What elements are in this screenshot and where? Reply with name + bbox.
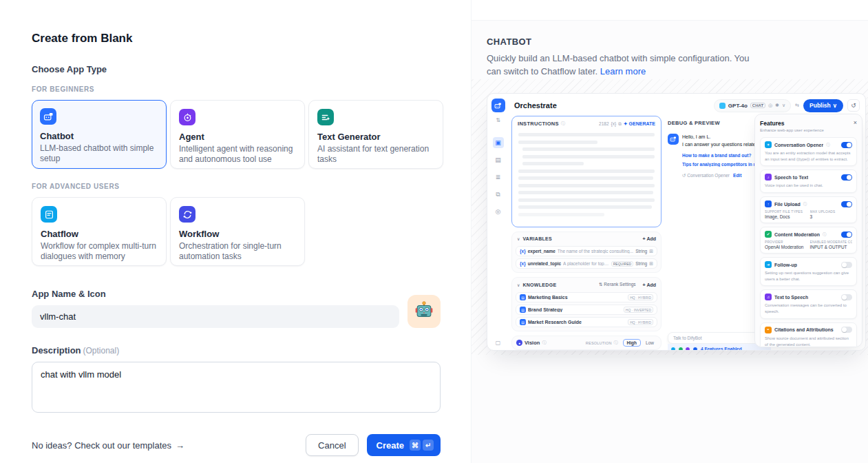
features-panel: Features × Enhance web-app user experien…: [754, 114, 862, 347]
variable-settings-icon: ⊞: [649, 249, 653, 254]
rerank-settings-button: ⇅ Rerank Settings: [599, 282, 636, 287]
beginner-cards-row: Chatbot LLM-based chatbot with simple se…: [32, 100, 441, 169]
vision-icon: ●: [516, 340, 522, 346]
app-name-input[interactable]: [32, 305, 399, 328]
workflow-icon: [179, 206, 195, 223]
feature-toggle: [841, 142, 852, 148]
document-icon: ▤: [520, 319, 526, 325]
document-icon: ▤: [520, 294, 526, 300]
preview-app-icon: [491, 99, 505, 112]
description-label: Description: [32, 345, 81, 356]
for-advanced-users-label: FOR ADVANCED USERS: [32, 183, 441, 190]
chevron-down-icon: ∨: [833, 102, 837, 109]
model-selector-chip: GPT-4o CHAT ◎ ✱ ∨: [714, 99, 791, 112]
preview-description: Quickly build an LLM-based chatbot with …: [487, 52, 756, 79]
preview-app-title: Orchestrate: [514, 101, 557, 110]
app-type-desc: Intelligent agent with reasoning and aut…: [179, 144, 295, 165]
app-type-name: Agent: [179, 132, 295, 142]
pv-nav-bottom-icon: ▢: [496, 340, 501, 346]
keyboard-shortcut-hint: ⌘ ↵: [410, 440, 434, 451]
pv-nav-icon: ▤: [493, 154, 504, 165]
variables-panel: ∨ VARIABLES + Add {x} expert_name The na…: [511, 232, 661, 273]
knowledge-row: ▤ Brand Strategy HQ · INVERTED: [516, 305, 657, 315]
info-icon: ⓘ: [614, 340, 618, 346]
app-type-card-agent[interactable]: Agent Intelligent agent with reasoning a…: [170, 100, 305, 169]
app-icon-picker-button[interactable]: [407, 295, 441, 328]
preview-hatch-zone: ⇅ ▣ ▤ ≣ ⧉ ◎ ▢ Orchestrate G: [472, 79, 868, 355]
conversation-opener-icon: ✦: [765, 141, 772, 148]
page-title: Create from Blank: [32, 32, 441, 45]
app-type-desc: Orchestration for single-turn automation…: [179, 241, 295, 263]
pv-nav-icon: ⧉: [493, 189, 504, 200]
arrow-right-icon: →: [176, 440, 184, 451]
app-type-desc: Workflow for complex multi-turn dialogue…: [41, 241, 156, 263]
info-icon: ⓘ: [823, 232, 827, 237]
vision-row: ● Vision ⓘ RESOLUTION ⓘ High Low: [511, 336, 661, 350]
feature-toggle: [841, 201, 852, 207]
feature-card-file-upload: ↑ File Upload ⓘ SUPPORT FILE TYPES MAX U…: [760, 196, 857, 223]
knowledge-panel: ∨ KNOWLEDGE ⇅ Rerank Settings + Add ▤ Ma…: [511, 277, 661, 331]
feature-card-follow-up: ➜ Follow-up Setting up next questions su…: [760, 257, 857, 286]
app-type-card-chatbot[interactable]: Chatbot LLM-based chatbot with simple se…: [32, 100, 167, 169]
feature-card-citations: ❝ Citations and Attributions Show source…: [760, 322, 857, 347]
advanced-cards-row: Chatflow Workflow for complex multi-turn…: [32, 197, 441, 266]
retrieval-tag: HQ · INVERTED: [624, 307, 653, 313]
info-icon: ⓘ: [803, 202, 807, 207]
app-type-card-chatflow[interactable]: Chatflow Workflow for complex multi-turn…: [32, 197, 167, 266]
description-textarea[interactable]: chat with vllm model: [32, 362, 441, 413]
document-icon: ▤: [520, 307, 526, 313]
learn-more-link[interactable]: Learn more: [600, 66, 646, 76]
app-type-card-workflow[interactable]: Workflow Orchestration for single-turn a…: [170, 197, 305, 266]
preview-heading: CHATBOT: [487, 37, 840, 47]
feature-toggle: [841, 232, 852, 238]
app-type-name: Workflow: [179, 229, 295, 239]
chevron-down-icon: ∨: [517, 236, 520, 241]
variables-icon: {x}: [611, 121, 617, 126]
chevron-down-icon: ∨: [517, 282, 520, 287]
add-knowledge-button: + Add: [643, 282, 656, 287]
char-count: 2182: [599, 121, 608, 126]
robot-emoji: [414, 300, 434, 323]
chatbot-icon: [40, 108, 56, 125]
cancel-button[interactable]: Cancel: [306, 434, 358, 456]
info-icon: ⓘ: [561, 121, 565, 127]
file-upload-icon: ↑: [765, 200, 772, 207]
feature-toggle: [841, 262, 852, 268]
preview-main: Orchestrate GPT-4o CHAT ◎ ✱ ∨ ⇆ Publish …: [509, 94, 865, 350]
app-type-card-text-generator[interactable]: Text Generator AI assistant for text gen…: [308, 100, 443, 169]
model-provider-icon: [719, 103, 726, 109]
enter-key-icon: ↵: [423, 440, 434, 451]
feature-mini-icon: [685, 347, 690, 351]
settings-icon: ✱: [775, 103, 779, 108]
citations-icon: ❝: [765, 327, 772, 333]
generate-button: ✦ GENERATE: [624, 121, 655, 127]
app-type-name: Chatflow: [41, 229, 156, 239]
feature-card-content-moderation: ✔ Content Moderation ⓘ PROVIDER ENABLED …: [760, 227, 857, 254]
preview-topbar: Orchestrate GPT-4o CHAT ◎ ✱ ∨ ⇆ Publish …: [511, 98, 860, 113]
add-variable-button: + Add: [643, 236, 656, 241]
edit-link: Edit: [733, 173, 741, 178]
preview-sidebar: ⇅ ▣ ▤ ≣ ⧉ ◎ ▢: [487, 94, 509, 350]
variable-row: {x} expert_name The name of the strategi…: [516, 246, 657, 256]
follow-up-icon: ➜: [765, 261, 772, 268]
chat-mode-tag: CHAT: [750, 103, 765, 108]
modal-footer: No ideas? Check out our templates → Canc…: [32, 434, 441, 456]
close-icon: ×: [854, 120, 857, 126]
agent-icon: [179, 109, 195, 125]
content-moderation-icon: ✔: [765, 231, 772, 238]
description-section: Description(Optional) chat with vllm mod…: [32, 344, 441, 415]
feature-mini-icon: [678, 347, 684, 351]
text-generator-icon: [317, 109, 334, 125]
publish-button: Publish ∨: [803, 99, 843, 112]
browse-templates-link[interactable]: No ideas? Check out our templates →: [32, 440, 184, 451]
preview-nav: ▣ ▤ ≣ ⧉ ◎: [493, 137, 504, 217]
choose-app-type-label: Choose App Type: [32, 64, 441, 74]
swap-model-icon: ⇆: [795, 103, 799, 108]
create-button[interactable]: Create ⌘ ↵: [367, 434, 441, 456]
feature-toggle: [841, 327, 852, 333]
retrieval-tag: HQ · HYBRID: [628, 294, 653, 300]
copy-icon: ⧉: [618, 121, 622, 127]
feature-mini-icon: [692, 347, 698, 351]
info-icon: ⓘ: [542, 340, 546, 346]
required-badge: REQUIRED: [611, 261, 633, 267]
